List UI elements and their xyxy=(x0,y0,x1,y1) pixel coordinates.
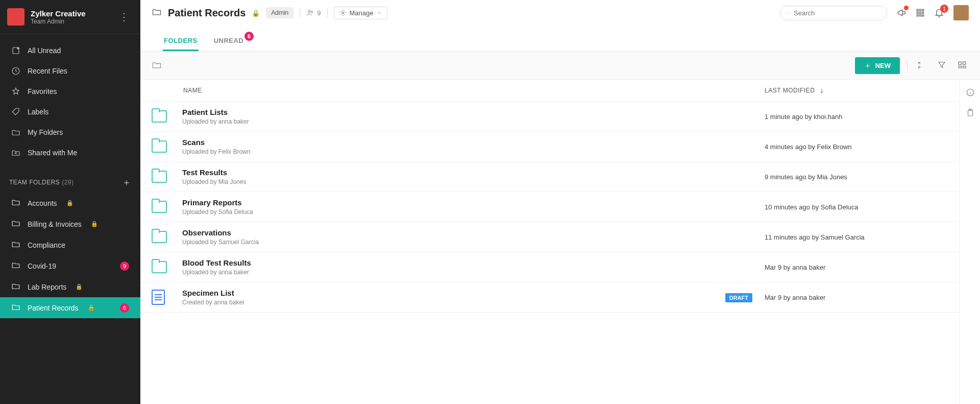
list-row[interactable]: Blood Test ResultsUploaded by anna baker… xyxy=(140,252,980,282)
svg-point-1 xyxy=(17,47,19,50)
folder-icon xyxy=(152,171,167,183)
row-subtitle: Uploaded by Samuel Garcia xyxy=(182,239,765,246)
filter-icon xyxy=(937,60,946,69)
list-row[interactable]: Primary ReportsUploaded by Sofia Deluca1… xyxy=(140,192,980,222)
toolbar: NEW AZ xyxy=(140,52,980,80)
list-row[interactable]: ScansUploaded by Felix Brown4 minutes ag… xyxy=(140,132,980,162)
team-item-billing[interactable]: Billing & Invoices 🔒 xyxy=(0,213,140,234)
notifications-button[interactable]: 1 xyxy=(934,8,944,18)
draft-tag: DRAFT xyxy=(725,293,752,302)
team-label: Patient Records xyxy=(28,304,79,312)
user-avatar[interactable] xyxy=(953,5,969,20)
folder-icon xyxy=(152,231,167,243)
row-subtitle: Created by anna baker xyxy=(182,299,725,306)
list-row[interactable]: Test ResultsUploaded by Mia Jones9 minut… xyxy=(140,162,980,192)
nav-my-folders[interactable]: My Folders xyxy=(0,122,140,142)
view-toggle-button[interactable] xyxy=(955,58,969,74)
page-title: Patient Records xyxy=(168,7,246,19)
lock-icon: 🔒 xyxy=(66,200,74,206)
search-input[interactable] xyxy=(794,9,879,17)
team-folders-list: Accounts 🔒 Billing & Invoices 🔒 Complian… xyxy=(0,193,140,318)
team-item-patient-records[interactable]: Patient Records 🔒 6 xyxy=(0,297,140,318)
row-modified: 9 minutes ago by Mia Jones xyxy=(765,173,948,181)
row-modified: 4 minutes ago by Felix Brown xyxy=(765,143,948,151)
list-row[interactable]: Specimen ListCreated by anna bakerDRAFTM… xyxy=(140,282,980,313)
new-button[interactable]: NEW xyxy=(855,57,900,74)
row-subtitle: Uploaded by Mia Jones xyxy=(182,178,765,185)
add-team-folder-button[interactable]: ＋ xyxy=(122,176,132,188)
row-title: Observations xyxy=(182,228,765,237)
row-subtitle: Uploaded by anna baker xyxy=(182,269,765,276)
tab-folders[interactable]: FOLDERS xyxy=(163,31,199,51)
clipboard-button[interactable] xyxy=(966,108,975,120)
tab-badge: 6 xyxy=(244,32,254,41)
nav-label: Labels xyxy=(28,108,48,116)
list-row[interactable]: ObservationsUploaded by Samuel Garcia11 … xyxy=(140,222,980,252)
announcements-button[interactable] xyxy=(896,8,906,18)
nav-favorites[interactable]: Favorites xyxy=(0,81,140,102)
search-icon xyxy=(788,9,790,17)
nav-label: Shared with Me xyxy=(28,149,77,157)
nav-shared-with-me[interactable]: Shared with Me xyxy=(0,142,140,163)
star-icon xyxy=(11,87,20,96)
search-box[interactable] xyxy=(780,6,887,20)
filter-button[interactable] xyxy=(935,58,948,74)
svg-point-6 xyxy=(788,12,789,13)
folder-icon xyxy=(152,110,167,123)
sort-button[interactable]: AZ xyxy=(915,58,928,74)
tag-icon xyxy=(11,107,20,116)
section-label: TEAM FOLDERS xyxy=(9,179,60,186)
nav-recent-files[interactable]: Recent Files xyxy=(0,61,140,81)
team-item-compliance[interactable]: Compliance xyxy=(0,234,140,255)
folder-icon xyxy=(11,281,20,292)
clock-icon xyxy=(11,66,20,76)
divider xyxy=(300,8,300,18)
clipboard-icon xyxy=(966,108,975,117)
svg-point-3 xyxy=(308,10,310,12)
nav-labels[interactable]: Labels xyxy=(0,102,140,122)
tab-unread[interactable]: UNREAD 6 xyxy=(213,31,245,51)
column-modified[interactable]: LAST MODIFIED xyxy=(765,87,948,94)
manage-button[interactable]: Manage xyxy=(334,7,387,19)
svg-rect-15 xyxy=(922,15,924,16)
row-modified: 1 minute ago by khoi.hanh xyxy=(765,113,948,121)
info-icon xyxy=(966,88,975,97)
main-area: Patient Records 🔒 Admin 9 Manage xyxy=(140,0,980,404)
info-button[interactable] xyxy=(966,88,975,99)
unread-icon xyxy=(11,46,20,55)
row-modified: 11 minutes ago by Samuel Garcia xyxy=(765,233,948,241)
svg-point-5 xyxy=(342,12,344,14)
lock-icon: 🔒 xyxy=(252,9,260,17)
lock-icon: 🔒 xyxy=(91,221,98,227)
file-list: NAME LAST MODIFIED Patient ListsUploaded… xyxy=(140,80,980,404)
unread-badge: 6 xyxy=(120,303,129,313)
member-count[interactable]: 9 xyxy=(306,9,321,17)
apps-button[interactable] xyxy=(916,8,925,17)
list-header: NAME LAST MODIFIED xyxy=(140,80,980,102)
sidebar-more-button[interactable]: ⋮ xyxy=(115,9,133,25)
gear-icon xyxy=(339,9,347,16)
notification-count: 1 xyxy=(940,5,948,13)
team-item-lab-reports[interactable]: Lab Reports 🔒 xyxy=(0,276,140,297)
document-icon xyxy=(152,290,165,305)
team-item-accounts[interactable]: Accounts 🔒 xyxy=(0,193,140,213)
row-title: Primary Reports xyxy=(182,198,765,207)
column-name[interactable]: NAME xyxy=(182,87,765,94)
row-subtitle: Uploaded by anna baker xyxy=(182,118,765,125)
sort-az-icon: AZ xyxy=(917,60,926,69)
team-item-covid[interactable]: Covid-19 9 xyxy=(0,255,140,276)
svg-text:A: A xyxy=(918,61,920,65)
breadcrumb-folder-icon[interactable] xyxy=(152,60,162,72)
team-label: Compliance xyxy=(28,241,65,249)
list-row[interactable]: Patient ListsUploaded by anna baker1 min… xyxy=(140,102,980,132)
nav-label: All Unread xyxy=(28,46,61,55)
team-label: Accounts xyxy=(28,199,57,207)
row-modified: Mar 9 by anna baker xyxy=(765,294,948,301)
org-role: Team Admin xyxy=(31,18,109,25)
row-title: Specimen List xyxy=(182,289,725,297)
svg-rect-20 xyxy=(959,66,961,68)
role-badge: Admin xyxy=(266,7,293,18)
row-subtitle: Uploaded by Felix Brown xyxy=(182,148,765,155)
nav-all-unread[interactable]: All Unread xyxy=(0,40,140,61)
folder-icon xyxy=(11,260,20,271)
